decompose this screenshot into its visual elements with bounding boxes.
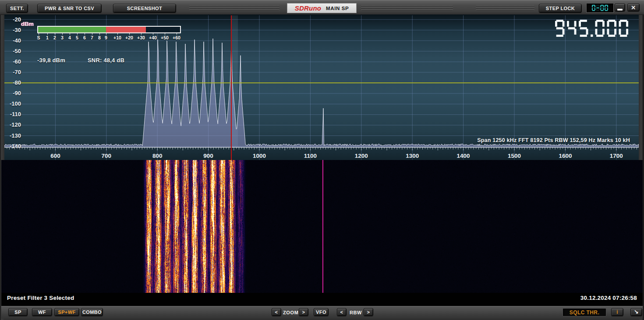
dbm-axis-label: -70 bbox=[5, 69, 21, 75]
s-meter-scale-label: 9 bbox=[105, 35, 107, 40]
s-meter-tick bbox=[92, 33, 92, 35]
vfo-button[interactable]: VFO bbox=[314, 308, 329, 316]
dbm-axis-label: -130 bbox=[5, 132, 21, 139]
s-meter-tick bbox=[70, 33, 70, 35]
svg-text:900: 900 bbox=[203, 153, 213, 159]
zoom-out-button[interactable]: < bbox=[272, 308, 281, 316]
svg-text:1600: 1600 bbox=[559, 153, 572, 159]
dbm-axis-label: -100 bbox=[5, 100, 21, 107]
svg-text:1300: 1300 bbox=[406, 153, 419, 159]
dbm-axis-label: -140 bbox=[5, 143, 21, 149]
s-meter-scale-label: 1 bbox=[46, 35, 49, 40]
resize-handle-button[interactable]: ↘ bbox=[630, 308, 642, 316]
titlebar-groove bbox=[189, 5, 280, 11]
s-meter-scale-label: S bbox=[37, 35, 40, 40]
s-meter-scale-label: 5 bbox=[76, 35, 78, 40]
step-lock-button[interactable]: STEP LOCK bbox=[539, 4, 582, 13]
combo-view-button[interactable]: COMBO bbox=[81, 308, 103, 316]
svg-text:800: 800 bbox=[152, 153, 163, 159]
settings-button[interactable]: SETT. bbox=[6, 4, 28, 13]
svg-text:1100: 1100 bbox=[304, 153, 317, 159]
svg-text:1700: 1700 bbox=[610, 153, 623, 159]
datetime-label: 30.12.2024 07:26:58 bbox=[580, 295, 637, 306]
sdruno-logo: SDRuno bbox=[295, 4, 321, 12]
snr-readout: SNR: 48,4 dB bbox=[88, 57, 124, 64]
panel-name-label: MAIN SP bbox=[326, 6, 349, 11]
rbw-decrease-button[interactable]: < bbox=[337, 308, 347, 316]
status-message: Preset Filter 3 Selected bbox=[7, 295, 74, 306]
s-meter-tick bbox=[47, 33, 48, 35]
s-meter-tick bbox=[177, 33, 177, 35]
squelch-threshold-button[interactable]: SQLC THR. bbox=[563, 308, 606, 316]
s-meter-scale-label: 2 bbox=[53, 35, 56, 40]
dbm-axis-label: -60 bbox=[5, 58, 21, 65]
dbm-axis-label: -50 bbox=[5, 48, 21, 54]
status-bar: Preset Filter 3 Selected 30.12.2024 07:2… bbox=[1, 293, 643, 306]
s-meter-scale-label: 7 bbox=[91, 35, 93, 40]
s-meter-tick bbox=[77, 33, 78, 35]
dbm-unit-label: dBm bbox=[21, 21, 34, 27]
s-meter-scale-label: +30 bbox=[137, 35, 145, 40]
waterfall-display[interactable] bbox=[1, 160, 643, 293]
dbm-axis-label: -20 bbox=[5, 16, 21, 23]
s-meter-scale-label: 6 bbox=[83, 35, 86, 40]
s-meter-bar bbox=[37, 26, 181, 33]
s-meter-scale-label: 3 bbox=[61, 35, 64, 40]
s-meter-tick bbox=[62, 33, 63, 35]
dbm-axis-label: -40 bbox=[5, 37, 21, 44]
dbm-axis-label: -30 bbox=[5, 27, 21, 33]
step-size-display bbox=[586, 3, 614, 13]
svg-text:1500: 1500 bbox=[508, 153, 521, 159]
svg-text:700: 700 bbox=[102, 153, 112, 159]
dbm-axis-label: -90 bbox=[5, 90, 21, 96]
s-meter-scale-label: +10 bbox=[113, 35, 121, 40]
s-meter-tick bbox=[39, 33, 39, 35]
close-button[interactable]: ✕ bbox=[627, 4, 640, 11]
dbm-axis-label: -120 bbox=[5, 121, 21, 128]
rbw-label: RBW bbox=[350, 310, 362, 315]
s-meter-tick bbox=[117, 33, 118, 35]
svg-text:600: 600 bbox=[50, 153, 60, 159]
s-meter-scale-label: 4 bbox=[68, 35, 71, 40]
s-meter-scale-label: 8 bbox=[98, 35, 101, 40]
pwr-snr-to-csv-button[interactable]: PWR & SNR TO CSV bbox=[37, 4, 102, 13]
s-meter: S123456789+10+20+30+40+50+60 bbox=[37, 25, 184, 43]
rbw-increase-button[interactable]: > bbox=[364, 308, 373, 316]
s-meter-tick bbox=[129, 33, 130, 35]
zoom-in-button[interactable]: > bbox=[299, 308, 308, 316]
bottom-toolbar: SP WF SP+WF COMBO < ZOOM > VFO < RBW > S… bbox=[1, 306, 643, 319]
spectrum-panel[interactable]: 6007008009001000110012001300140015001600… bbox=[4, 14, 639, 160]
s-meter-tick bbox=[106, 33, 106, 35]
titlebar-groove bbox=[361, 5, 453, 11]
s-meter-tick bbox=[99, 33, 100, 35]
sp-wf-view-button[interactable]: SP+WF bbox=[54, 308, 79, 316]
s-meter-red-zone bbox=[106, 27, 146, 32]
s-meter-scale-label: +20 bbox=[125, 35, 133, 40]
s-meter-tick bbox=[165, 33, 165, 35]
sdruno-main-sp-window: SETT. PWR & SNR TO CSV SCREENSHOT SDRuno… bbox=[0, 0, 644, 320]
sp-view-button[interactable]: SP bbox=[8, 308, 28, 316]
window-title-badge: SDRuno MAIN SP bbox=[287, 3, 357, 13]
svg-text:1400: 1400 bbox=[457, 153, 470, 159]
s-meter-green-zone bbox=[38, 27, 106, 32]
s-meter-tick bbox=[55, 33, 55, 35]
minimize-button[interactable] bbox=[615, 4, 625, 11]
dbm-axis-label: -110 bbox=[5, 111, 21, 117]
s-meter-scale-label: +60 bbox=[173, 35, 180, 40]
power-readout: -39,8 dBm bbox=[37, 57, 65, 64]
screenshot-button[interactable]: SCREENSHOT bbox=[113, 4, 176, 13]
dbm-axis-label: -80 bbox=[5, 79, 21, 86]
minimize-icon bbox=[617, 9, 623, 11]
span-info-line: Span 1250 kHz FFT 8192 Pts RBW 152,59 Hz… bbox=[477, 137, 630, 143]
s-meter-tick bbox=[85, 33, 85, 35]
info-button[interactable]: i bbox=[611, 308, 623, 316]
svg-text:1000: 1000 bbox=[253, 153, 266, 159]
s-meter-tick bbox=[153, 33, 153, 35]
vfo-frequency-display bbox=[555, 20, 628, 39]
svg-text:1200: 1200 bbox=[355, 153, 368, 159]
wf-view-button[interactable]: WF bbox=[32, 308, 52, 316]
s-meter-scale-label: +40 bbox=[149, 35, 157, 40]
titlebar-groove bbox=[476, 5, 534, 11]
titlebar[interactable]: SETT. PWR & SNR TO CSV SCREENSHOT SDRuno… bbox=[0, 0, 644, 15]
zoom-label: ZOOM bbox=[283, 310, 298, 315]
